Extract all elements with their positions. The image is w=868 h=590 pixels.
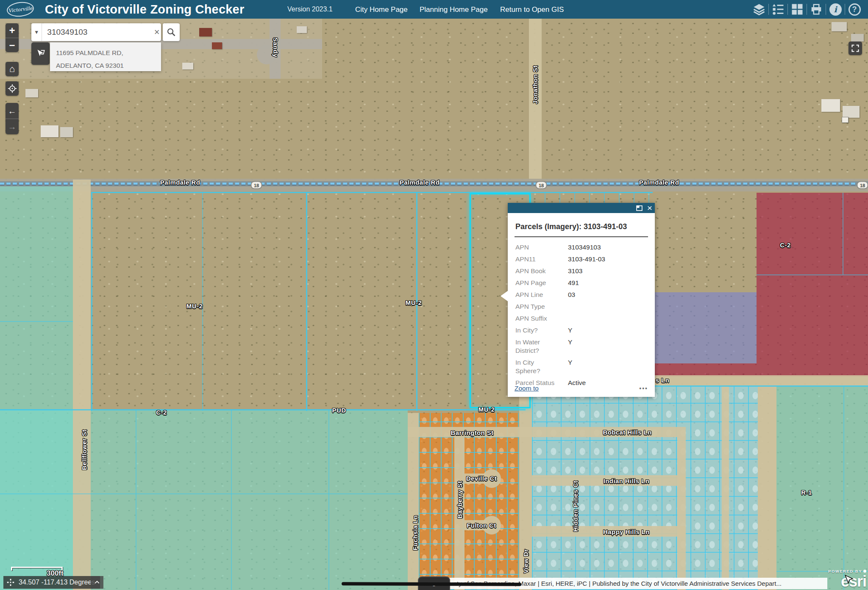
zone-label-mu2: MU-2 [186, 302, 203, 310]
table-row: APN Page491 [515, 277, 648, 289]
zone-label-c2: C-2 [156, 409, 167, 416]
table-row: APN113103-491-03 [515, 253, 648, 265]
coordinates-widget: 34.507 -117.413 Degrees [3, 576, 100, 589]
home-button[interactable]: ⌂ [6, 62, 19, 76]
expand-coordinates-button[interactable] [91, 576, 103, 589]
zone-label-mu2: MU-2 [479, 406, 495, 413]
info-icon[interactable]: i [826, 0, 845, 19]
print-icon[interactable] [807, 0, 826, 19]
zone-teal-r1 [776, 386, 868, 590]
table-row: APN Book3103 [515, 265, 648, 277]
next-extent-button[interactable]: → [6, 119, 19, 134]
attribute-table: APN310349103 APN113103-491-03 APN Book31… [515, 241, 648, 389]
clear-search-button[interactable]: × [153, 23, 161, 41]
zone-label-c2: C-2 [780, 241, 790, 249]
table-row: APN Type [515, 301, 648, 313]
previous-extent-button[interactable]: ← [6, 103, 19, 119]
more-options-button[interactable]: ••• [639, 385, 648, 392]
road-label: s Ln [656, 377, 669, 384]
layers-icon[interactable] [750, 0, 768, 19]
road-label: Happy Hills Ln [603, 528, 650, 535]
app-header: Victorville City of Victorville Zoning C… [0, 0, 868, 19]
road-label: Deville Ct [466, 475, 497, 482]
road-label: Fulton Ct [467, 522, 496, 529]
close-icon: × [154, 27, 160, 38]
chevron-down-icon: ▼ [34, 29, 39, 35]
road-label: Palmdale Rd [160, 179, 200, 186]
table-row: In Water District?Y [515, 336, 648, 357]
table-row: In City?Y [515, 324, 648, 336]
zoom-control: + − [6, 23, 19, 52]
road-label: Palmdale Rd [639, 179, 679, 186]
road-label: Palmdale Rd [400, 179, 440, 186]
suggestion-line2: ADELANTO, CA 92301 [56, 59, 161, 72]
locate-icon [8, 84, 17, 93]
fullscreen-icon [851, 44, 860, 53]
parcel-info-popup: × Parcels (Imagery): 3103-491-03 APN3103… [508, 203, 655, 397]
legend-icon[interactable] [769, 0, 787, 19]
zone-label-mu2: MU-2 [406, 299, 422, 306]
zone-purple [653, 292, 757, 363]
history-navigation: ← → [6, 103, 19, 134]
road-label: Sandy [272, 37, 279, 57]
road-label: Indian Hills Ln [604, 477, 650, 485]
victorville-logo: Victorville [6, 1, 34, 18]
road-label: View Dr [522, 549, 529, 573]
search-icon [166, 27, 176, 37]
esri-globe-dot [863, 570, 866, 573]
select-cursor-icon [35, 48, 46, 59]
dock-icon[interactable] [636, 205, 643, 212]
building-marker-icon [842, 117, 849, 123]
popup-footer: Zoom to ••• [508, 380, 655, 397]
zoom-to-link[interactable]: Zoom to [515, 385, 539, 392]
road-label: Hidden Pines Ct [572, 480, 579, 532]
mouse-cursor-icon [843, 574, 854, 587]
zone-label-pud: PUD [332, 407, 346, 414]
nav-planning-home-page[interactable]: Planning Home Page [420, 6, 488, 14]
select-parcel-tool-button[interactable] [31, 42, 50, 65]
search-input[interactable] [42, 23, 153, 41]
redaction-scribble [342, 582, 521, 586]
table-row: APN Suffix [515, 313, 648, 324]
nav-city-home-page[interactable]: City Home Page [355, 6, 408, 14]
coordinates-readout: 34.507 -117.413 Degrees [19, 579, 95, 586]
zone-label-r1: R-1 [801, 489, 812, 496]
page-title: City of Victorville Zoning Checker [45, 3, 244, 17]
highway-18-shield: 18 [536, 181, 547, 189]
road-label: Jonathon St [531, 65, 539, 104]
popup-body: Parcels (Imagery): 3103-491-03 APN310349… [508, 213, 655, 397]
road-label: Fuchsia Ln [412, 515, 419, 550]
logo-text: Victorville [8, 6, 33, 14]
search-suggestion-item[interactable]: 11695 PALMDALE RD, ADELANTO, CA 92301 [50, 42, 161, 71]
close-icon[interactable]: × [647, 203, 652, 212]
road-label: Bobcat Hills Ln [603, 429, 651, 436]
zone-orange-residential [419, 413, 519, 590]
table-row: APN310349103 [515, 241, 648, 253]
zone-teal-c2 [0, 410, 408, 590]
road-label: Bellflower St [81, 429, 88, 470]
table-row: In City Sphere?Y [515, 357, 648, 377]
road-label: Bayberry St [456, 481, 463, 519]
zoom-in-button[interactable]: + [6, 23, 19, 38]
zone-red-c2 [757, 193, 868, 377]
popup-titlebar[interactable]: × [508, 203, 655, 213]
search-button[interactable] [163, 23, 180, 41]
locate-button[interactable] [6, 81, 19, 96]
popup-pointer [501, 291, 508, 302]
nav-return-to-open-gis[interactable]: Return to Open GIS [500, 6, 564, 14]
search-source-dropdown[interactable]: ▼ [31, 23, 42, 41]
highway-18-shield: 18 [251, 181, 262, 189]
basemap-grid-icon[interactable] [788, 0, 807, 19]
fullscreen-button[interactable] [849, 42, 862, 55]
search-widget: ▼ × [31, 23, 161, 41]
map[interactable] [0, 19, 868, 590]
help-icon[interactable]: ? [845, 0, 864, 19]
zoom-out-button[interactable]: − [6, 38, 19, 52]
suggestion-line1: 11695 PALMDALE RD, [56, 47, 161, 59]
table-row: APN Line03 [515, 289, 648, 301]
road-label: Barrington St [451, 429, 493, 436]
highway-18-shield: 18 [857, 181, 868, 189]
crosshair-icon [6, 578, 15, 587]
bellflower-road [73, 180, 91, 590]
version-label: Version 2023.1 [287, 6, 333, 13]
